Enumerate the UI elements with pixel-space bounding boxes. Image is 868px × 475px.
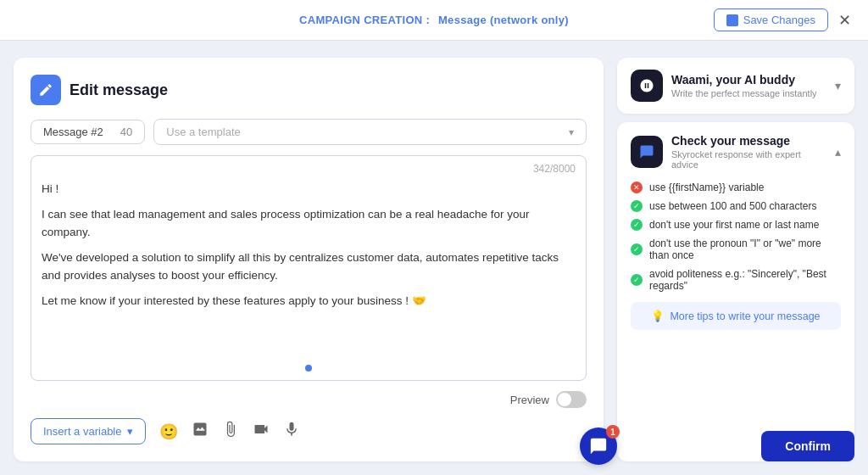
chat-widget[interactable]: 1 [580, 428, 617, 465]
textarea-wrapper[interactable]: 342/8000 Hi ! I can see that lead manage… [31, 155, 587, 381]
ai-card-texts: Waami, your AI buddy Write the perfect m… [671, 73, 826, 98]
ai-icon-wrap [631, 70, 663, 102]
dot-icon [305, 365, 312, 372]
bottom-toolbar: Insert a variable ▾ 🙂 [31, 418, 587, 444]
check-item-text-0: use {{firstName}} variable [649, 182, 764, 193]
toolbar-icons: 🙂 [158, 419, 302, 444]
save-changes-button[interactable]: Save Changes [714, 8, 828, 31]
confirm-button[interactable]: Confirm [761, 431, 854, 461]
check-message-card: Check your message Skyrocket response wi… [617, 122, 854, 461]
template-placeholder: Use a template [166, 126, 240, 138]
message-body[interactable]: Hi ! I can see that lead management and … [31, 156, 586, 360]
check-item-4: ✓avoid politeness e.g.: "Sincerely", "Be… [631, 268, 841, 292]
more-tips-label: More tips to write your message [670, 310, 820, 322]
check-item-text-3: don't use the pronoun "I" or "we" more t… [649, 238, 841, 261]
message-line-2: I can see that lead management and sales… [42, 205, 576, 242]
campaign-label: CAMPAIGN CREATION : [299, 14, 430, 26]
chevron-down-icon: ▾ [569, 126, 574, 138]
save-icon [726, 14, 738, 26]
check-card-chevron-icon: ▴ [835, 145, 841, 159]
check-dot-2: ✓ [631, 219, 643, 231]
message-line-1: Hi ! [42, 180, 576, 198]
message-label-box: Message #2 40 [31, 120, 145, 144]
microphone-icon [283, 421, 300, 438]
ai-buddy-subtitle: Write the perfect message instantly [671, 88, 826, 98]
message-line-3: We've developed a solution to simplify a… [42, 249, 576, 285]
more-tips-button[interactable]: 💡 More tips to write your message [631, 302, 841, 330]
check-item-text-2: don't use your first name or last name [649, 219, 819, 231]
audio-button[interactable] [281, 419, 302, 444]
scroll-indicator [31, 360, 586, 380]
message-char-count: 40 [120, 126, 132, 138]
video-button[interactable] [251, 419, 271, 444]
top-bar-actions: Save Changes ✕ [714, 8, 854, 31]
left-panel: Edit message Message #2 40 Use a templat… [14, 58, 604, 461]
chat-icon [589, 437, 608, 455]
check-message-title: Check your message [671, 134, 826, 148]
toolbar-row: Message #2 40 Use a template ▾ [31, 119, 587, 145]
ai-buddy-title: Waami, your AI buddy [671, 73, 826, 87]
check-message-icon [639, 144, 654, 159]
check-item-text-1: use between 100 and 500 characters [649, 200, 816, 212]
emoji-button[interactable]: 🙂 [158, 421, 180, 443]
campaign-subtitle: Message (network only) [438, 14, 569, 26]
preview-row: Preview [31, 391, 587, 408]
check-item-1: ✓use between 100 and 500 characters [631, 200, 841, 212]
attachment-button[interactable] [220, 419, 241, 444]
ai-buddy-card: Waami, your AI buddy Write the perfect m… [617, 58, 854, 114]
message-label: Message #2 [43, 126, 103, 138]
panel-title: Edit message [70, 81, 168, 99]
campaign-title: CAMPAIGN CREATION : Message (network onl… [299, 14, 569, 26]
checklist: ✕use {{firstName}} variable✓use between … [631, 182, 841, 292]
check-card-texts: Check your message Skyrocket response wi… [671, 134, 826, 170]
check-dot-4: ✓ [631, 274, 643, 286]
edit-icon-wrap [31, 75, 61, 105]
insert-variable-button[interactable]: Insert a variable ▾ [31, 418, 146, 444]
preview-label: Preview [510, 394, 549, 406]
check-icon-wrap [631, 136, 663, 168]
image-icon [192, 421, 209, 438]
char-limit: 342/8000 [533, 163, 576, 175]
check-item-0: ✕use {{firstName}} variable [631, 182, 841, 193]
panel-header: Edit message [31, 75, 587, 105]
check-dot-3: ✓ [631, 243, 643, 255]
close-button[interactable]: ✕ [835, 9, 854, 31]
ai-icon [639, 78, 654, 93]
chevron-down-icon-insert: ▾ [127, 425, 133, 438]
check-dot-1: ✓ [631, 200, 643, 212]
message-line-4: Let me know if your interested by these … [42, 292, 576, 310]
insert-variable-label: Insert a variable [43, 425, 122, 438]
attachment-icon [222, 421, 239, 438]
ai-card-chevron-icon: ▾ [835, 79, 841, 92]
lightbulb-icon: 💡 [651, 310, 665, 322]
check-item-2: ✓don't use your first name or last name [631, 219, 841, 231]
check-item-text-4: avoid politeness e.g.: "Sincerely", "Bes… [649, 268, 841, 292]
check-dot-0: ✕ [631, 182, 643, 193]
template-select[interactable]: Use a template ▾ [153, 119, 587, 145]
check-item-3: ✓don't use the pronoun "I" or "we" more … [631, 238, 841, 261]
top-bar: CAMPAIGN CREATION : Message (network onl… [0, 0, 868, 41]
right-panel: Waami, your AI buddy Write the perfect m… [617, 58, 854, 461]
ai-card-header[interactable]: Waami, your AI buddy Write the perfect m… [631, 70, 841, 102]
image-button[interactable] [190, 419, 210, 444]
video-icon [253, 421, 270, 438]
edit-icon [38, 82, 53, 98]
main-layout: Edit message Message #2 40 Use a templat… [0, 41, 868, 475]
check-message-subtitle: Skyrocket response with expert advice [671, 149, 826, 170]
save-label: Save Changes [743, 14, 815, 26]
chat-badge: 1 [606, 425, 620, 439]
check-card-header[interactable]: Check your message Skyrocket response wi… [631, 134, 841, 170]
preview-toggle[interactable] [556, 391, 587, 408]
